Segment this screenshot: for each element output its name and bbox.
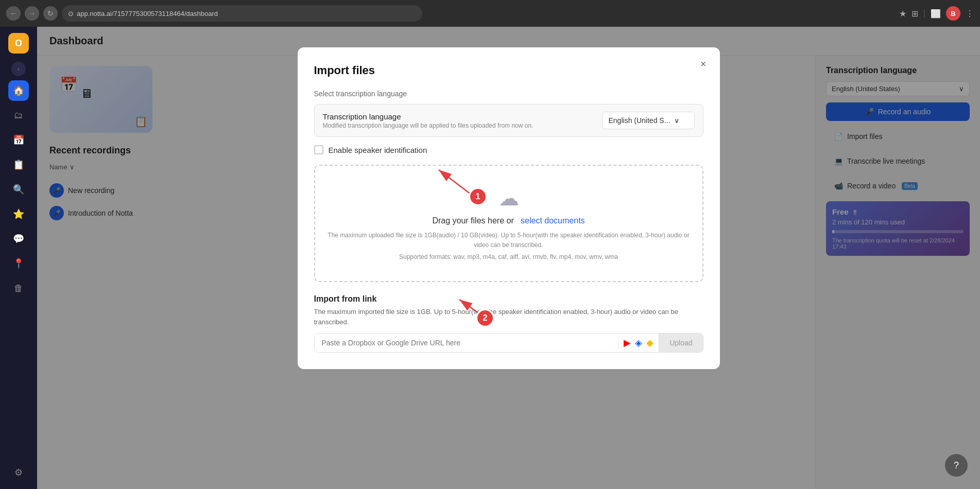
speaker-identification-row[interactable]: Enable speaker identification <box>314 145 703 154</box>
sidebar-item-search[interactable]: 🔍 <box>8 179 29 200</box>
sidebar-item-star[interactable]: ⭐ <box>8 204 29 224</box>
dropbox-icon: ◈ <box>635 337 642 348</box>
language-dropdown[interactable]: English (United S... ∨ <box>602 112 695 129</box>
main-content: Dashboard 📅 🖥 📋 Recent recordings Name ∨ <box>37 27 980 489</box>
sidebar-item-chat[interactable]: 💬 <box>8 229 29 249</box>
sidebar-item-notes[interactable]: 📋 <box>8 154 29 175</box>
modal-overlay: Import files × Select transcription lang… <box>37 27 980 489</box>
link-service-icons: ▶ ◈ ◆ <box>618 337 659 348</box>
sidebar-item-home[interactable]: 🏠 <box>8 80 29 101</box>
back-button[interactable]: ← <box>6 6 21 21</box>
language-dropdown-chevron-icon: ∨ <box>674 116 679 125</box>
url-icon: ⊙ <box>68 10 74 18</box>
link-input-field[interactable] <box>315 334 618 352</box>
section-label: Select transcription language <box>314 90 703 98</box>
sidebar-item-location[interactable]: 📍 <box>8 253 29 274</box>
refresh-button[interactable]: ↻ <box>43 6 58 21</box>
import-link-title: Import from link <box>314 294 703 304</box>
language-row-subtitle: Modified transcription language will be … <box>323 122 534 129</box>
sidebar-item-calendar[interactable]: 📅 <box>8 130 29 150</box>
youtube-icon: ▶ <box>624 337 631 348</box>
link-input-row: ▶ ◈ ◆ Upload <box>314 333 703 353</box>
sidebar-item-files[interactable]: 🗂 <box>8 105 29 126</box>
modal-title: Import files <box>314 64 703 77</box>
upload-cloud-icon: ☁ <box>325 186 692 210</box>
drag-text: Drag your files here or <box>432 216 513 225</box>
split-icon[interactable]: ⬜ <box>931 9 941 19</box>
drop-zone[interactable]: ☁ Drag your files here or select documen… <box>314 165 703 282</box>
browser-chrome: ← → ↻ ⊙ app.notta.ai/7157775300573118464… <box>0 0 980 27</box>
sidebar-item-trash[interactable]: 🗑 <box>8 278 29 299</box>
sidebar-item-settings[interactable]: ⚙ <box>8 462 29 483</box>
forward-button[interactable]: → <box>25 6 39 21</box>
sidebar: O › 🏠 🗂 📅 📋 🔍 ⭐ 💬 📍 🗑 ⚙ <box>0 27 37 489</box>
select-documents-link[interactable]: select documents <box>521 216 585 225</box>
language-row: Transcription language Modified transcri… <box>314 104 703 137</box>
drop-zone-info1: The maximum uploaded file size is 1GB(au… <box>325 231 692 250</box>
browser-right-icons: ★ ⊞ | ⬜ B ⋮ <box>899 6 974 21</box>
google-drive-icon: ◆ <box>646 337 654 348</box>
menu-icon[interactable]: ⋮ <box>966 9 974 19</box>
star-icon[interactable]: ★ <box>899 9 906 19</box>
language-row-left: Transcription language Modified transcri… <box>323 112 534 129</box>
drop-zone-formats: Supported formats: wav, mp3, m4a, caf, a… <box>325 253 692 260</box>
sidebar-logo[interactable]: O <box>8 33 29 54</box>
language-row-title: Transcription language <box>323 112 534 121</box>
help-button[interactable]: ? <box>945 454 968 477</box>
url-bar[interactable]: ⊙ app.notta.ai/7157775300573118464/dashb… <box>62 5 422 22</box>
import-link-subtitle: The maximum imported file size is 1GB. U… <box>314 307 703 327</box>
drop-zone-text: Drag your files here or select documents <box>325 216 692 225</box>
language-dropdown-value: English (United S... <box>609 116 670 125</box>
url-text: app.notta.ai/7157775300573118464/dashboa… <box>77 10 218 18</box>
profile-avatar[interactable]: B <box>946 6 960 21</box>
import-files-modal: Import files × Select transcription lang… <box>298 47 720 369</box>
speaker-identification-label: Enable speaker identification <box>329 146 427 154</box>
modal-close-button[interactable]: × <box>695 56 712 72</box>
app-container: O › 🏠 🗂 📅 📋 🔍 ⭐ 💬 📍 🗑 ⚙ Dashboard 📅 🖥 📋 <box>0 27 980 489</box>
extensions-icon[interactable]: ⊞ <box>912 9 918 19</box>
upload-button[interactable]: Upload <box>659 334 702 352</box>
speaker-identification-checkbox[interactable] <box>314 145 323 154</box>
sidebar-collapse-arrow[interactable]: › <box>11 62 26 76</box>
